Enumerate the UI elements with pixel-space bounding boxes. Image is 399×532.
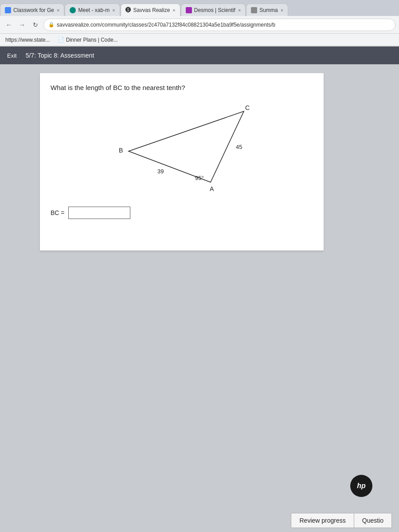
tab-label-summa: Summa xyxy=(259,7,278,13)
tab-favicon-meet xyxy=(70,7,76,13)
side-ba-label: 39 xyxy=(157,168,164,175)
bookmark-dinner[interactable]: 📄 Dinner Plans | Code... xyxy=(56,36,120,44)
reload-button[interactable]: ↻ xyxy=(30,20,41,30)
tab-favicon-desmos xyxy=(186,7,192,13)
tab-close-desmos[interactable]: × xyxy=(238,8,241,13)
triangle-diagram: B C A 39 45 95° xyxy=(111,100,253,198)
bookmark-dinner-icon: 📄 xyxy=(58,37,64,43)
triangle-shape xyxy=(129,111,244,182)
address-box[interactable]: 🔒 savvasrealize.com/community/classes/2c… xyxy=(43,19,395,31)
tab-desmos[interactable]: Desmos | Scientif × xyxy=(181,4,246,16)
side-ca-label: 45 xyxy=(236,144,242,150)
page-content: Exit 5/7: Topic 8: Assessment What is th… xyxy=(0,47,399,532)
bottom-bar: Review progress Questio xyxy=(0,509,399,532)
tab-favicon-summa xyxy=(251,7,257,13)
bookmark-state-label: https://www.state... xyxy=(5,37,50,43)
tab-favicon-classwork xyxy=(5,7,11,13)
answer-row: BC = xyxy=(51,207,313,219)
question-text: What is the length of BC to the nearest … xyxy=(51,84,313,91)
forward-button[interactable]: → xyxy=(17,20,27,30)
triangle-svg: B C A 39 45 95° xyxy=(111,100,253,198)
question-button[interactable]: Questio xyxy=(354,513,392,528)
angle-a-label: 95° xyxy=(195,175,204,181)
topic-label: 5/7: Topic 8: Assessment xyxy=(26,52,94,59)
tab-classwork[interactable]: Classwork for Ge × xyxy=(0,4,64,16)
tab-close-meet[interactable]: × xyxy=(112,8,115,13)
hp-area: hp xyxy=(350,475,372,497)
hp-logo: hp xyxy=(350,475,372,497)
tab-bar: Classwork for Ge × Meet - xab-m × 🅢 Savv… xyxy=(0,0,399,16)
lock-icon: 🔒 xyxy=(48,22,55,27)
url-text: savvasrealize.com/community/classes/2c47… xyxy=(57,22,275,28)
tab-label-savvas: Savvas Realize xyxy=(133,7,170,13)
top-bar: Exit 5/7: Topic 8: Assessment xyxy=(0,47,399,64)
address-bar-row: ← → ↻ 🔒 savvasrealize.com/community/clas… xyxy=(0,16,399,34)
tab-close-classwork[interactable]: × xyxy=(57,8,59,13)
tab-savvas[interactable]: 🅢 Savvas Realize × xyxy=(121,4,180,16)
exit-button[interactable]: Exit xyxy=(7,52,17,59)
vertex-b-label: B xyxy=(119,147,123,154)
vertex-a-label: A xyxy=(210,185,214,192)
tab-label-meet: Meet - xab-m xyxy=(78,7,110,13)
tab-label-desmos: Desmos | Scientif xyxy=(194,7,235,13)
back-button[interactable]: ← xyxy=(4,20,14,30)
bookmark-dinner-label: Dinner Plans | Code... xyxy=(66,37,118,43)
tab-favicon-savvas: 🅢 xyxy=(125,7,131,13)
main-area: What is the length of BC to the nearest … xyxy=(0,64,399,532)
review-progress-button[interactable]: Review progress xyxy=(291,513,354,528)
tab-summa[interactable]: Summa × xyxy=(246,4,288,16)
vertex-c-label: C xyxy=(245,104,250,111)
browser-chrome: Classwork for Ge × Meet - xab-m × 🅢 Savv… xyxy=(0,0,399,47)
tab-close-savvas[interactable]: × xyxy=(172,8,175,13)
question-card: What is the length of BC to the nearest … xyxy=(40,73,324,250)
tab-label-classwork: Classwork for Ge xyxy=(13,7,54,13)
bookmarks-bar: https://www.state... 📄 Dinner Plans | Co… xyxy=(0,34,399,46)
bc-answer-input[interactable] xyxy=(68,207,130,219)
tab-meet[interactable]: Meet - xab-m × xyxy=(65,4,120,16)
bookmark-state[interactable]: https://www.state... xyxy=(4,36,52,44)
tab-close-summa[interactable]: × xyxy=(281,8,283,13)
bc-equals-label: BC = xyxy=(51,209,65,216)
